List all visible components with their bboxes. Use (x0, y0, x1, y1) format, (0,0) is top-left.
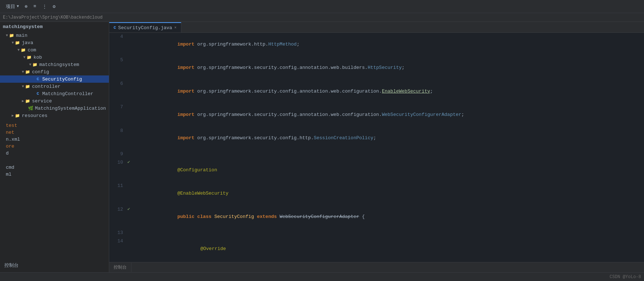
sidebar-item-controller[interactable]: ▼ 📁 controller (0, 83, 109, 90)
sidebar-item-kob[interactable]: ▼ 📁 kob (0, 54, 109, 61)
sidebar-item-label: ml (6, 172, 12, 177)
line-gutter (127, 150, 135, 159)
java-class-icon: C (35, 76, 41, 82)
line-gutter: ● @ (127, 261, 135, 262)
path-text: E:\JavaProject\Spring\KOB\backendcloud (3, 15, 103, 20)
sidebar-title: matchingsystem (0, 22, 109, 32)
line-gutter: ✔ (127, 159, 135, 182)
sidebar-item-label: d (6, 151, 9, 156)
java-class-icon: C (35, 91, 41, 97)
sidebar-item-label: service (32, 98, 52, 104)
sidebar-item-resources[interactable]: ▶ 📁 resources (0, 112, 109, 119)
toolbar-icon-align-center[interactable]: ⋮ (39, 4, 50, 9)
tab-label: SecurityConfig.java (118, 25, 172, 31)
folder-icon: 📁 (26, 54, 32, 60)
editor-container: C SecurityConfig.java × 4 import org.spr… (109, 22, 644, 272)
sidebar-item-service[interactable]: ▶ 📁 service (0, 97, 109, 105)
table-row: 4 import org.springframework.http.HttpMe… (109, 33, 644, 56)
line-number: 14 (109, 237, 127, 261)
toolbar-icon-align-justify[interactable]: ≡ (31, 4, 39, 9)
line-code: @Override (135, 237, 644, 261)
sidebar-item-label: MatchingController (42, 91, 93, 97)
sidebar-item-config[interactable]: ▼ 📁 config (0, 68, 109, 75)
sidebar-item-label: main (16, 33, 27, 38)
table-row: 10 ✔ @Configuration (109, 159, 644, 182)
sidebar-item-label: MatchingSystemApplication (35, 106, 106, 111)
expand-arrow-icon: ▼ (23, 55, 25, 59)
sidebar-item-label: SecurityConfig (42, 77, 82, 82)
sidebar: matchingsystem ▼ 📁 main ▼ 📁 java ▼ 📁 com… (0, 22, 109, 272)
folder-icon: 📁 (25, 69, 31, 75)
folder-icon: 📁 (15, 40, 20, 46)
status-bar: CSDN @YoLo-8 (0, 272, 644, 281)
sidebar-item-security-config[interactable]: C SecurityConfig (0, 75, 109, 83)
table-row: 14 @Override (109, 237, 644, 261)
line-number: 7 (109, 103, 127, 126)
sidebar-item-matching-controller[interactable]: C MatchingController (0, 90, 109, 97)
sidebar-item-ore[interactable]: ore (0, 143, 109, 150)
folder-icon: 📁 (32, 62, 38, 67)
tab-icon: C (114, 26, 116, 30)
line-code: @EnableWebSecurity (135, 182, 644, 205)
sidebar-item-main[interactable]: ▼ 📁 main (0, 32, 109, 39)
sidebar-item-label: test (6, 123, 17, 128)
sidebar-item-label: com (28, 47, 36, 53)
folder-icon: 📁 (9, 32, 15, 38)
align-justify-icon: ≡ (33, 4, 36, 9)
settings-icon: ⚙ (53, 4, 56, 9)
sidebar-item-console[interactable]: 控制台 (3, 261, 106, 269)
line-gutter (127, 237, 135, 261)
line-number: 12 (109, 206, 127, 229)
bottom-tab-console[interactable]: 控制台 (109, 263, 131, 272)
bottom-tabs: 控制台 (109, 262, 644, 272)
sidebar-item-label: java (22, 40, 33, 46)
table-row: 11 @EnableWebSecurity (109, 182, 644, 205)
line-code (135, 150, 644, 159)
expand-arrow-icon: ▼ (6, 34, 8, 38)
toolbar-icon-compass[interactable]: ⊕ (22, 4, 31, 9)
toolbar: 项目 ▼ ⊕ ≡ ⋮ ⚙ (0, 0, 644, 13)
sidebar-item-label: matchingsystem (39, 62, 79, 67)
sidebar-item-cmd[interactable]: cmd (0, 164, 109, 171)
code-editor[interactable]: 4 import org.springframework.http.HttpMe… (109, 33, 644, 262)
dropdown-arrow-icon: ▼ (17, 4, 19, 8)
toolbar-project-label: 项目 (6, 3, 15, 10)
sidebar-item-xml[interactable]: n.xml (0, 136, 109, 143)
sidebar-item-app[interactable]: 🌿 MatchingSystemApplication (0, 105, 109, 112)
folder-icon: 📁 (20, 47, 26, 53)
toolbar-project[interactable]: 项目 ▼ (3, 3, 22, 10)
toolbar-icon-settings[interactable]: ⚙ (50, 4, 59, 9)
sidebar-item-test[interactable]: test (0, 122, 109, 129)
line-number: 8 (109, 127, 127, 150)
tab-security-config[interactable]: C SecurityConfig.java × (109, 22, 181, 32)
line-gutter (127, 182, 135, 205)
sidebar-item-label: resources (22, 113, 47, 118)
line-gutter (127, 80, 135, 103)
sidebar-item-net[interactable]: net (0, 129, 109, 136)
sidebar-item-label: cmd (6, 165, 14, 170)
sidebar-item-java[interactable]: ▼ 📁 java (0, 39, 109, 46)
sidebar-item-com[interactable]: ▼ 📁 com (0, 46, 109, 54)
line-gutter (127, 56, 135, 79)
code-table: 4 import org.springframework.http.HttpMe… (109, 33, 644, 262)
expand-arrow-icon: ▶ (12, 113, 14, 118)
line-number: 9 (109, 150, 127, 159)
line-number: 15 (109, 261, 127, 262)
line-number: 5 (109, 56, 127, 79)
tab-bar: C SecurityConfig.java × (109, 22, 644, 33)
sidebar-item-label: ore (6, 144, 14, 149)
line-code: public class SecurityConfig extends WebS… (135, 206, 644, 229)
tab-close-button[interactable]: × (174, 26, 177, 30)
compass-icon: ⊕ (25, 4, 28, 9)
sidebar-item-ml[interactable]: ml (0, 171, 109, 178)
sidebar-item-label: config (32, 69, 49, 75)
sidebar-item-d[interactable]: d (0, 150, 109, 157)
table-row: 5 import org.springframework.security.co… (109, 56, 644, 79)
line-code: import org.springframework.http.HttpMeth… (135, 33, 644, 56)
line-code (135, 229, 644, 237)
sidebar-title-text: matchingsystem (3, 24, 43, 30)
sidebar-item-matchingsystem[interactable]: ▼ 📁 matchingsystem (0, 61, 109, 68)
expand-arrow-icon: ▼ (29, 63, 31, 67)
line-code: import org.springframework.security.conf… (135, 80, 644, 103)
sidebar-item-label: kob (33, 55, 42, 60)
